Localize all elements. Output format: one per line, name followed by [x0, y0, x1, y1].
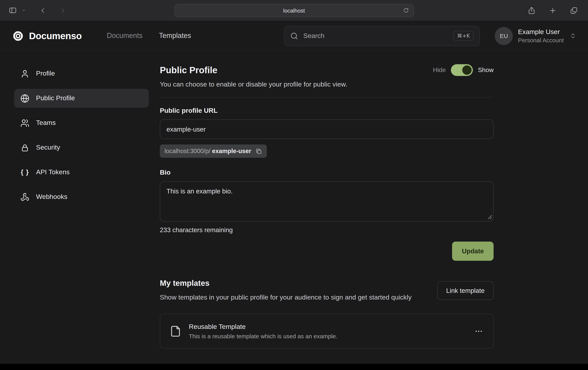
avatar: EU	[495, 27, 513, 45]
sidebar-item-label: API Tokens	[36, 168, 70, 176]
plus-icon	[549, 6, 557, 14]
sidebar-item-label: Profile	[36, 70, 55, 78]
webhook-icon	[20, 192, 29, 201]
resize-handle-icon[interactable]	[488, 215, 492, 219]
users-icon	[20, 118, 29, 127]
page-title: Public Profile	[160, 65, 217, 75]
public-profile-url-input[interactable]	[160, 119, 494, 139]
ellipsis-icon	[474, 327, 483, 336]
documenso-logo-icon	[12, 30, 24, 42]
chevron-right-icon	[59, 6, 67, 14]
address-url: localhost	[283, 7, 305, 13]
new-tab-button[interactable]	[546, 4, 559, 17]
sidebar-item-webhooks[interactable]: Webhooks	[14, 187, 149, 206]
sidebar-item-api-tokens[interactable]: { } API Tokens	[14, 163, 149, 182]
visibility-control: Hide Show	[433, 64, 494, 76]
divider	[160, 97, 494, 97]
toggle-show-label: Show	[478, 67, 494, 74]
user-name: Example User	[518, 28, 564, 36]
sidebar-item-security[interactable]: Security	[14, 138, 149, 157]
page-subtitle: You can choose to enable or disable your…	[160, 81, 494, 89]
link-template-button[interactable]: Link template	[437, 281, 494, 300]
toggle-knob	[462, 65, 472, 75]
my-templates-description: Show templates in your public profile fo…	[160, 292, 411, 303]
profile-url-prefix: localhost:3000/p/	[165, 148, 210, 155]
bio-field-label: Bio	[160, 169, 494, 177]
sidebar-item-label: Webhooks	[36, 193, 67, 201]
chevron-down-icon	[21, 8, 26, 12]
back-button[interactable]	[37, 4, 49, 17]
user-account-type: Personal Account	[518, 37, 564, 43]
template-menu-button[interactable]	[474, 326, 484, 336]
tabs-overview-icon	[570, 6, 578, 14]
nav-item-documents[interactable]: Documents	[107, 32, 142, 40]
window-bottom	[0, 364, 588, 370]
sidebar-item-profile[interactable]: Profile	[14, 64, 149, 83]
toggle-hide-label: Hide	[433, 67, 446, 74]
user-menu[interactable]: EU Example User Personal Account	[495, 27, 577, 45]
update-button[interactable]: Update	[452, 242, 494, 261]
address-bar[interactable]: localhost	[174, 4, 414, 17]
profile-url-slug: example-user	[212, 148, 251, 155]
share-icon	[528, 6, 536, 14]
template-description: This is a reusable template which is use…	[189, 333, 337, 339]
reload-icon	[403, 7, 409, 13]
globe-icon	[20, 94, 29, 103]
chevrons-up-down-icon	[570, 32, 576, 39]
reload-button[interactable]	[401, 5, 411, 15]
settings-page: Profile Public Profile Teams	[0, 51, 588, 364]
bio-textarea[interactable]: This is an example bio.	[160, 181, 494, 222]
characters-remaining: 233 characters remaining	[160, 226, 494, 234]
sidebar-item-label: Teams	[36, 119, 56, 127]
share-button[interactable]	[525, 4, 538, 17]
nav-item-templates[interactable]: Templates	[159, 32, 191, 40]
lock-icon	[20, 143, 29, 152]
settings-sidebar: Profile Public Profile Teams	[0, 64, 146, 364]
brand-name: Documenso	[29, 30, 82, 41]
search-bar[interactable]: Search ⌘+K	[284, 26, 480, 46]
sidebar-toggle-button[interactable]	[6, 4, 19, 17]
browser-toolbar: localhost	[0, 0, 588, 21]
copy-icon	[255, 148, 262, 154]
my-templates-title: My templates	[160, 279, 411, 288]
chevron-left-icon	[39, 6, 47, 14]
search-shortcut-badge: ⌘+K	[453, 31, 474, 41]
template-name: Reusable Template	[189, 323, 337, 331]
search-placeholder: Search	[304, 32, 325, 40]
template-row[interactable]: Reusable Template This is a reusable tem…	[160, 314, 494, 349]
user-icon	[20, 69, 29, 78]
profile-visibility-toggle[interactable]	[451, 64, 473, 76]
forward-button[interactable]	[56, 4, 69, 17]
sidebar-item-public-profile[interactable]: Public Profile	[14, 89, 149, 108]
avatar-initials: EU	[500, 32, 508, 39]
url-field-label: Public profile URL	[160, 107, 494, 115]
app-header: Documenso Documents Templates Search ⌘+K…	[0, 21, 588, 51]
sidebar-item-teams[interactable]: Teams	[14, 113, 149, 132]
window: localhost	[0, 0, 588, 370]
brand-logo[interactable]: Documenso	[12, 30, 82, 42]
public-profile-panel: Public Profile Hide Show You can choose …	[160, 64, 494, 364]
sidebar-item-label: Public Profile	[36, 94, 75, 102]
profile-url-copy-button[interactable]: localhost:3000/p/example-user	[160, 144, 267, 158]
sidebar-panel-icon	[8, 6, 17, 14]
main-nav: Documents Templates	[107, 32, 191, 40]
braces-icon: { }	[20, 168, 29, 176]
tab-overview-button[interactable]	[568, 4, 580, 17]
search-icon	[291, 32, 298, 40]
file-icon	[170, 325, 181, 337]
toolbar-dropdown-button[interactable]	[17, 4, 30, 17]
sidebar-item-label: Security	[36, 144, 60, 152]
